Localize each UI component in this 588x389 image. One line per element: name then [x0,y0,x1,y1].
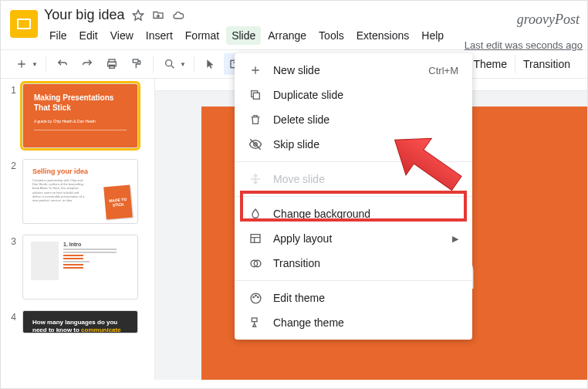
zoom-button[interactable] [158,53,181,75]
slide-number: 2 [8,159,16,224]
thumbnail-body: Created in partnership with Chip and Dan… [32,178,86,202]
brush-icon [248,316,262,330]
droplet-icon [248,207,262,221]
svg-rect-3 [110,65,115,68]
svg-rect-4 [133,59,138,63]
eye-off-icon [248,137,262,151]
svg-point-15 [257,296,258,297]
theme-button[interactable]: Theme [465,55,515,73]
transition-icon [248,256,262,270]
menu-arrange[interactable]: Arrange [262,26,312,45]
slide-menu-dropdown: New slide Ctrl+M Duplicate slide Delete … [235,53,472,340]
document-title[interactable]: Your big idea [44,7,124,23]
chevron-down-icon[interactable]: ▼ [180,61,189,68]
duplicate-icon [248,88,262,102]
thumbnail-title: 1. Intro [63,242,130,247]
chevron-down-icon[interactable]: ▼ [32,61,41,68]
new-slide-button[interactable] [10,53,33,75]
menu-transition[interactable]: Transition [235,251,472,276]
layout-icon [248,232,262,245]
menu-delete-slide[interactable]: Delete slide [235,107,472,132]
menu-label: Apply layout [273,232,332,245]
menu-help[interactable]: Help [416,26,449,45]
move-folder-icon[interactable] [152,9,164,22]
menu-skip-slide[interactable]: Skip slide [235,132,472,157]
menu-duplicate-slide[interactable]: Duplicate slide [235,83,472,107]
menu-format[interactable]: Format [180,26,225,45]
menu-label: Change theme [273,316,344,329]
book-icon: MADE TO STICK [103,185,133,220]
svg-rect-16 [252,318,257,322]
slide-thumbnail-3[interactable]: 1. Intro [22,235,138,299]
menu-new-slide[interactable]: New slide Ctrl+M [235,58,472,83]
slide-number: 1 [8,83,16,148]
thumbnail-title: Making Presentations That Stick [34,93,127,113]
thumbnail-subtitle: A guide by Chip Heath & Dan Heath [34,119,127,123]
paint-format-button[interactable] [125,53,148,75]
chevron-right-icon: ▶ [452,174,458,184]
watermark: groovyPost [517,12,580,28]
menu-label: Duplicate slide [273,89,343,101]
filmstrip: 1 Making Presentations That Stick A guid… [1,79,155,380]
menu-change-theme[interactable]: Change theme [235,310,472,335]
slide-number: 3 [8,235,16,299]
svg-marker-0 [133,10,144,20]
app-logo-icon[interactable] [10,10,38,38]
undo-button[interactable] [51,53,74,75]
menu-view[interactable]: View [105,26,139,45]
menu-label: Change background [273,208,370,220]
menu-label: Move slide [273,173,325,185]
print-button[interactable] [100,53,123,75]
keyboard-shortcut: Ctrl+M [428,65,458,76]
chevron-right-icon: ▶ [452,234,458,244]
menu-edit-theme[interactable]: Edit theme [235,286,472,310]
slide-thumbnail-1[interactable]: Making Presentations That Stick A guide … [22,83,138,148]
svg-point-5 [166,60,172,66]
svg-rect-7 [253,93,259,99]
trash-icon [248,113,262,127]
select-tool-button[interactable] [199,53,222,75]
redo-button[interactable] [76,53,99,75]
menu-edit[interactable]: Edit [74,26,103,45]
app-header: Your big idea File Edit View Insert Form… [1,1,587,45]
menu-change-background[interactable]: Change background [235,201,472,226]
menu-move-slide: Move slide ▶ [235,167,472,191]
transition-button[interactable]: Transition [515,55,578,73]
menu-apply-layout[interactable]: Apply layout ▶ [235,226,472,251]
star-icon[interactable] [132,9,144,22]
last-edit-link[interactable]: Last edit was seconds ago [465,39,583,51]
menu-label: Transition [273,257,320,269]
menu-label: Delete slide [273,113,329,126]
menu-extensions[interactable]: Extensions [351,26,414,45]
svg-point-14 [255,295,255,296]
menu-tools[interactable]: Tools [313,26,350,45]
menu-label: Skip slide [273,138,319,151]
thumbnail-title: How many languages do you need to know t… [32,319,128,333]
plus-icon [248,63,262,77]
thumbnail-title: Selling your idea [32,167,128,175]
menu-label: New slide [273,64,320,76]
palette-icon [248,291,262,305]
slide-thumbnail-4[interactable]: How many languages do you need to know t… [22,310,138,333]
menu-insert[interactable]: Insert [140,26,178,45]
move-icon [248,172,262,186]
menu-label: Edit theme [273,292,325,304]
svg-rect-9 [251,235,260,243]
menu-file[interactable]: File [44,26,73,45]
slide-thumbnail-2[interactable]: Selling your idea Created in partnership… [22,159,138,224]
menu-slide[interactable]: Slide [226,26,261,45]
cloud-status-icon[interactable] [172,9,184,22]
slide-number: 4 [8,310,16,333]
svg-point-13 [252,296,253,297]
